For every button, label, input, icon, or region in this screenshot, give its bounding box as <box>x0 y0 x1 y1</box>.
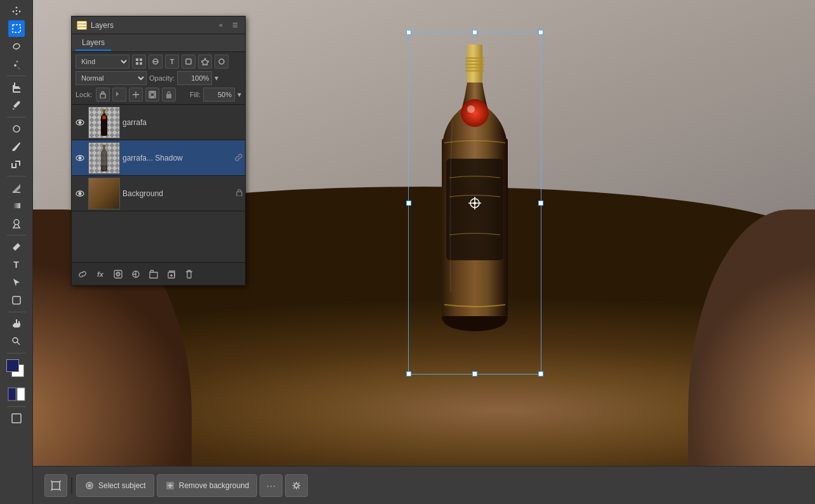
layer-bg-visibility[interactable] <box>74 188 86 199</box>
bottom-more-btn[interactable]: ··· <box>260 474 282 497</box>
footer-delete-btn[interactable] <box>182 267 196 281</box>
filter-kind-select[interactable]: Kind <box>76 55 129 69</box>
filter-pixel-btn[interactable] <box>132 55 146 69</box>
tool-dodge[interactable] <box>8 215 25 232</box>
svg-point-42 <box>79 121 81 124</box>
panel-collapse-btn[interactable]: « <box>216 20 226 30</box>
blend-mode-select[interactable]: Normal <box>76 71 147 85</box>
layer-list: garrafa garrafa... Shadow <box>72 105 245 211</box>
main-area: Select subject Remove background ··· Lay… <box>33 0 815 504</box>
select-subject-label: Select subject <box>98 481 146 490</box>
footer-new-layer-btn[interactable] <box>164 267 178 281</box>
bottom-transform-btn[interactable] <box>44 474 67 497</box>
lock-pixels-btn[interactable] <box>96 88 110 102</box>
tool-hand[interactable] <box>8 315 25 332</box>
bottom-sep-1 <box>71 477 72 494</box>
lock-artboard-btn[interactable] <box>145 88 159 102</box>
color-swatches[interactable] <box>5 359 28 382</box>
opacity-input[interactable]: 100% <box>177 71 212 85</box>
tool-eraser[interactable] <box>8 180 25 196</box>
svg-rect-31 <box>140 58 142 61</box>
svg-rect-28 <box>77 24 86 26</box>
bottle-image <box>411 32 538 375</box>
tool-zoom[interactable] <box>8 333 25 350</box>
tool-type[interactable]: T <box>8 256 25 273</box>
layer-item-garrafa[interactable]: garrafa <box>72 105 245 140</box>
tool-brush[interactable] <box>8 138 25 155</box>
svg-rect-7 <box>8 388 16 401</box>
tool-move[interactable] <box>8 3 25 19</box>
svg-point-17 <box>461 99 489 127</box>
lock-image-btn[interactable] <box>112 88 126 102</box>
tool-clone[interactable] <box>8 156 25 173</box>
footer-fx-btn[interactable]: fx <box>93 267 107 281</box>
select-subject-button[interactable]: Select subject <box>76 474 154 497</box>
opacity-chevron[interactable]: ▾ <box>215 74 218 83</box>
layers-lock-row: Lock: Fill: ▾ <box>76 88 241 102</box>
layer-shadow-visibility[interactable] <box>74 152 86 164</box>
svg-rect-30 <box>136 58 138 61</box>
svg-rect-5 <box>13 296 20 304</box>
layers-tab[interactable]: Layers <box>76 36 111 51</box>
tool-screen-mode[interactable] <box>8 410 25 427</box>
panel-menu-btn[interactable]: ☰ <box>230 20 240 30</box>
panel-tabs: Layers <box>72 34 245 52</box>
tool-lasso[interactable] <box>8 38 25 55</box>
layer-shadow-link-icon <box>235 154 242 162</box>
layer-garrafa-thumb <box>88 107 120 138</box>
lock-position-btn[interactable] <box>129 88 143 102</box>
layer-garrafa-visibility[interactable] <box>74 117 86 128</box>
svg-point-43 <box>102 116 106 119</box>
separator-5 <box>7 312 26 312</box>
fill-input[interactable] <box>203 88 235 102</box>
svg-rect-3 <box>13 203 20 208</box>
footer-adjustment-btn[interactable] <box>129 267 143 281</box>
fill-label: Fill: <box>190 91 201 98</box>
fill-chevron[interactable]: ▾ <box>237 90 241 99</box>
layer-item-background[interactable]: Background <box>72 176 245 211</box>
color-fg-swatch[interactable] <box>6 359 19 372</box>
separator-7 <box>7 406 26 407</box>
remove-bg-label: Remove background <box>179 481 249 490</box>
tool-gradient[interactable] <box>8 197 25 214</box>
svg-rect-24 <box>52 482 60 489</box>
svg-rect-19 <box>446 159 503 260</box>
lock-all-btn[interactable] <box>162 88 176 102</box>
svg-point-36 <box>219 59 224 64</box>
select-subject-icon <box>84 481 95 491</box>
layer-bg-thumb <box>88 178 120 209</box>
footer-group-btn[interactable] <box>147 267 161 281</box>
filter-adjustment-btn[interactable] <box>149 55 162 69</box>
tool-heal[interactable] <box>8 121 25 137</box>
tool-quick-mask[interactable] <box>8 387 25 403</box>
svg-rect-39 <box>150 93 154 96</box>
tool-crop[interactable] <box>8 79 25 96</box>
separator-6 <box>7 353 26 354</box>
svg-rect-46 <box>98 149 110 166</box>
bottom-settings-btn[interactable] <box>285 474 308 497</box>
lock-label: Lock: <box>76 91 92 98</box>
layers-blend-row: Normal Opacity: 100% ▾ <box>76 71 241 85</box>
layers-panel-title: Layers <box>91 21 212 30</box>
filter-smart-btn[interactable] <box>198 55 212 69</box>
svg-rect-13 <box>465 63 484 65</box>
tool-pen[interactable] <box>8 239 25 255</box>
footer-link-btn[interactable] <box>76 267 89 281</box>
footer-mask-btn[interactable] <box>111 267 125 281</box>
layer-item-garrafa-shadow[interactable]: garrafa... Shadow <box>72 140 245 176</box>
tool-magic-wand[interactable] <box>8 56 25 72</box>
filter-toggle-btn[interactable] <box>215 55 229 69</box>
svg-rect-49 <box>237 192 242 196</box>
filter-shape-btn[interactable] <box>182 55 195 69</box>
svg-point-45 <box>79 157 81 159</box>
svg-rect-15 <box>465 70 484 72</box>
tool-path-select[interactable] <box>8 274 25 291</box>
layer-bg-lock-icon <box>236 189 242 198</box>
remove-bg-button[interactable]: Remove background <box>157 474 258 497</box>
tool-eyedropper[interactable] <box>8 97 25 114</box>
tool-select-rect[interactable] <box>8 20 25 37</box>
tool-shape[interactable] <box>8 292 25 308</box>
filter-type-btn[interactable]: T <box>165 55 179 69</box>
layer-garrafa-name: garrafa <box>123 118 242 127</box>
layer-shadow-name: garrafa... Shadow <box>123 154 231 162</box>
